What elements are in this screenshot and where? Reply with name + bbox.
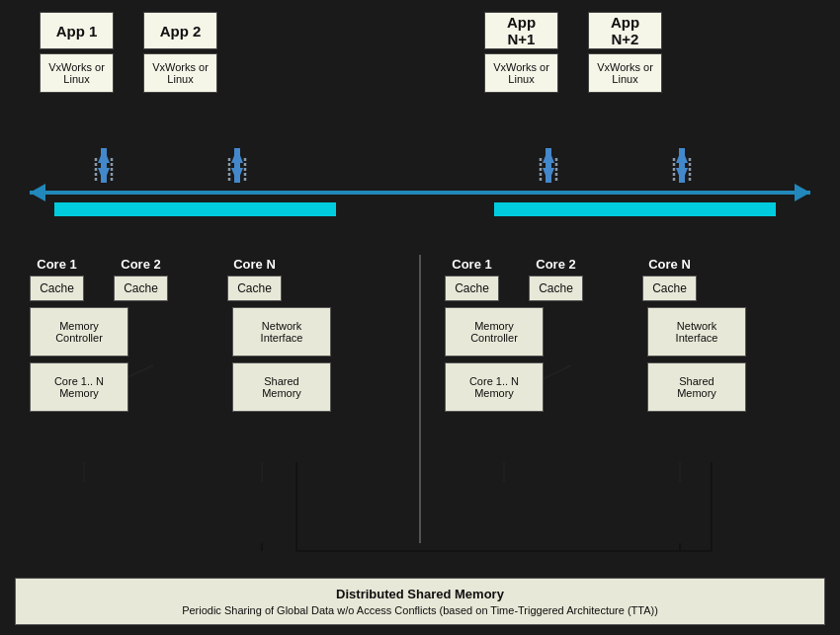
svg-rect-4 — [494, 202, 776, 216]
appn1-os-box: VxWorks or Linux — [484, 53, 558, 93]
svg-marker-11 — [231, 148, 243, 163]
processor-1-block: Core 1 Cache Core 2 Cache Core N Cache M… — [20, 257, 405, 412]
app2-box: App 2 — [143, 12, 217, 49]
p2-cache1: Cache — [445, 276, 499, 301]
appn2-box: App N+2 — [588, 12, 662, 49]
appn2-os-box: VxWorks or Linux — [588, 53, 662, 93]
dsm-footer: Distributed Shared Memory Periodic Shari… — [15, 578, 825, 625]
app2-os-box: VxWorks or Linux — [143, 53, 217, 93]
p2-core1-label: Core 1 — [452, 257, 491, 272]
svg-rect-3 — [54, 202, 336, 216]
p1-network-interface: NetworkInterface — [232, 307, 331, 357]
app1-os-box: VxWorks or Linux — [40, 53, 114, 93]
diagram-container: App 1 VxWorks or Linux App 2 VxWorks or … — [0, 0, 840, 635]
p2-network-interface: NetworkInterface — [647, 307, 746, 357]
appn1-box: App N+1 — [484, 12, 558, 49]
p1-core1-label: Core 1 — [37, 257, 76, 272]
p1-cache2: Cache — [114, 276, 168, 301]
svg-marker-12 — [231, 168, 243, 183]
p2-core2-label: Core 2 — [536, 257, 575, 272]
svg-marker-21 — [676, 148, 688, 163]
p1-core2-label: Core 2 — [121, 257, 160, 272]
app-group-1: App 1 VxWorks or Linux App 2 VxWorks or … — [40, 12, 217, 93]
p2-cache2: Cache — [529, 276, 583, 301]
p2-coreN: Core N Cache — [642, 257, 697, 301]
p1-bottom-row: Core 1.. NMemory SharedMemory — [20, 362, 405, 412]
p2-memory-controller: MemoryController — [445, 307, 544, 357]
dsm-title: Distributed Shared Memory — [28, 587, 812, 601]
svg-marker-22 — [676, 168, 688, 183]
p1-cores-row: Core 1 Cache Core 2 Cache Core N Cache — [20, 257, 405, 301]
p1-core1: Core 1 Cache — [30, 257, 84, 301]
p1-coreN-label: Core N — [233, 257, 276, 272]
p2-cacheN: Cache — [642, 276, 697, 301]
p2-core1: Core 1 Cache — [445, 257, 499, 301]
svg-marker-17 — [543, 168, 554, 183]
app-group-2: App N+1 VxWorks or Linux App N+2 VxWorks… — [484, 12, 662, 93]
p2-core2: Core 2 Cache — [529, 257, 583, 301]
p2-middle-row: MemoryController NetworkInterface — [435, 307, 830, 357]
appn1-stack: App N+1 VxWorks or Linux — [484, 12, 558, 93]
dsm-subtitle: Periodic Sharing of Global Data w/o Acce… — [28, 604, 812, 616]
p2-coreN-label: Core N — [648, 257, 691, 272]
svg-marker-2 — [795, 184, 810, 201]
p1-middle-row: MemoryController NetworkInterface — [20, 307, 405, 357]
p1-coreN: Core N Cache — [227, 257, 282, 301]
p2-cores-row: Core 1 Cache Core 2 Cache Core N Cache — [435, 257, 830, 301]
p1-core2: Core 2 Cache — [114, 257, 168, 301]
svg-marker-1 — [30, 184, 45, 201]
p1-memory-controller: MemoryController — [30, 307, 128, 357]
p1-cacheN: Cache — [227, 276, 282, 301]
svg-marker-16 — [543, 148, 554, 163]
svg-marker-6 — [98, 148, 110, 163]
processor-2-block: Core 1 Cache Core 2 Cache Core N Cache M… — [435, 257, 830, 412]
p2-bottom-row: Core 1.. NMemory SharedMemory — [435, 362, 830, 412]
p2-core-memory: Core 1.. NMemory — [445, 362, 544, 412]
appn2-stack: App N+2 VxWorks or Linux — [588, 12, 662, 93]
app2-stack: App 2 VxWorks or Linux — [143, 12, 217, 93]
svg-marker-7 — [98, 168, 110, 183]
p2-shared-memory: SharedMemory — [647, 362, 746, 412]
p1-core-memory: Core 1.. NMemory — [30, 362, 128, 412]
app1-stack: App 1 VxWorks or Linux — [40, 12, 114, 93]
app1-box: App 1 — [40, 12, 114, 49]
p1-shared-memory: SharedMemory — [232, 362, 331, 412]
p1-cache1: Cache — [30, 276, 84, 301]
